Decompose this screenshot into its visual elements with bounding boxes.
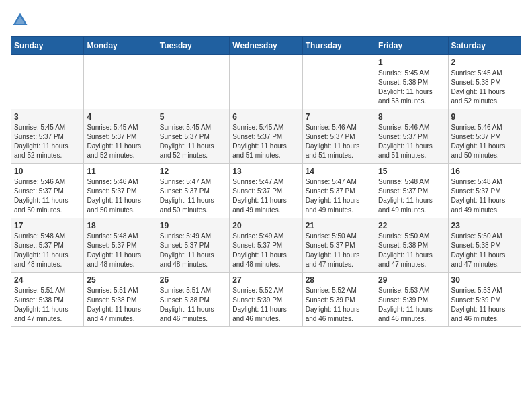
sunrise-text: Sunrise: 5:52 AM xyxy=(232,287,283,294)
sunrise-text: Sunrise: 5:53 AM xyxy=(451,287,502,294)
daylight-text: Daylight: 11 hours and 46 minutes. xyxy=(160,306,214,322)
daylight-text: Daylight: 11 hours and 52 minutes. xyxy=(451,88,506,105)
sunrise-text: Sunrise: 5:45 AM xyxy=(232,124,283,131)
calendar-cell: 5 Sunrise: 5:45 AM Sunset: 5:37 PM Dayli… xyxy=(157,109,229,164)
column-header-monday: Monday xyxy=(84,37,157,55)
sunrise-text: Sunrise: 5:52 AM xyxy=(306,287,357,294)
day-number: 9 xyxy=(451,112,518,122)
day-info: Sunrise: 5:45 AM Sunset: 5:38 PM Dayligh… xyxy=(451,68,518,106)
day-info: Sunrise: 5:45 AM Sunset: 5:37 PM Dayligh… xyxy=(160,123,226,161)
day-number: 2 xyxy=(451,58,518,67)
column-header-friday: Friday xyxy=(375,37,448,55)
day-info: Sunrise: 5:48 AM Sunset: 5:37 PM Dayligh… xyxy=(378,177,445,215)
calendar-cell: 7 Sunrise: 5:46 AM Sunset: 5:37 PM Dayli… xyxy=(302,109,375,164)
day-number: 15 xyxy=(378,167,445,176)
sunset-text: Sunset: 5:37 PM xyxy=(306,187,355,195)
day-number: 3 xyxy=(14,112,81,122)
calendar-cell: 24 Sunrise: 5:51 AM Sunset: 5:38 PM Dayl… xyxy=(11,273,84,327)
sunrise-text: Sunrise: 5:49 AM xyxy=(160,232,211,240)
sunset-text: Sunset: 5:39 PM xyxy=(306,296,355,304)
day-number: 12 xyxy=(160,167,226,176)
sunrise-text: Sunrise: 5:46 AM xyxy=(306,124,357,131)
daylight-text: Daylight: 11 hours and 48 minutes. xyxy=(232,251,287,268)
day-info: Sunrise: 5:51 AM Sunset: 5:38 PM Dayligh… xyxy=(160,286,226,324)
calendar-cell: 26 Sunrise: 5:51 AM Sunset: 5:38 PM Dayl… xyxy=(157,273,229,327)
day-info: Sunrise: 5:49 AM Sunset: 5:37 PM Dayligh… xyxy=(232,232,299,269)
day-info: Sunrise: 5:46 AM Sunset: 5:37 PM Dayligh… xyxy=(451,123,518,161)
daylight-text: Daylight: 11 hours and 48 minutes. xyxy=(87,251,141,268)
day-info: Sunrise: 5:45 AM Sunset: 5:37 PM Dayligh… xyxy=(14,123,81,161)
day-number: 8 xyxy=(378,112,445,122)
day-info: Sunrise: 5:47 AM Sunset: 5:37 PM Dayligh… xyxy=(306,177,372,215)
sunrise-text: Sunrise: 5:46 AM xyxy=(378,124,429,131)
column-header-sunday: Sunday xyxy=(11,37,84,55)
daylight-text: Daylight: 11 hours and 47 minutes. xyxy=(306,251,360,268)
day-number: 11 xyxy=(87,167,153,176)
calendar-cell: 11 Sunrise: 5:46 AM Sunset: 5:37 PM Dayl… xyxy=(84,164,157,218)
calendar-cell: 27 Sunrise: 5:52 AM Sunset: 5:39 PM Dayl… xyxy=(230,273,302,327)
sunrise-text: Sunrise: 5:50 AM xyxy=(378,232,429,240)
sunset-text: Sunset: 5:38 PM xyxy=(160,296,210,304)
day-number: 6 xyxy=(232,112,299,122)
calendar-cell: 29 Sunrise: 5:53 AM Sunset: 5:39 PM Dayl… xyxy=(375,273,448,327)
day-info: Sunrise: 5:48 AM Sunset: 5:37 PM Dayligh… xyxy=(14,232,81,269)
daylight-text: Daylight: 11 hours and 47 minutes. xyxy=(14,306,69,322)
calendar-cell: 21 Sunrise: 5:50 AM Sunset: 5:37 PM Dayl… xyxy=(302,218,375,273)
calendar-cell: 28 Sunrise: 5:52 AM Sunset: 5:39 PM Dayl… xyxy=(302,273,375,327)
daylight-text: Daylight: 11 hours and 51 minutes. xyxy=(232,142,287,159)
column-header-saturday: Saturday xyxy=(448,37,521,55)
day-number: 28 xyxy=(306,275,372,285)
sunset-text: Sunset: 5:37 PM xyxy=(87,242,136,249)
daylight-text: Daylight: 11 hours and 51 minutes. xyxy=(378,142,433,159)
sunset-text: Sunset: 5:38 PM xyxy=(378,242,428,249)
sunset-text: Sunset: 5:38 PM xyxy=(451,79,501,86)
day-number: 14 xyxy=(306,167,372,176)
day-number: 5 xyxy=(160,112,226,122)
calendar-cell: 15 Sunrise: 5:48 AM Sunset: 5:37 PM Dayl… xyxy=(375,164,448,218)
sunrise-text: Sunrise: 5:46 AM xyxy=(87,178,138,185)
sunset-text: Sunset: 5:37 PM xyxy=(14,133,64,140)
sunset-text: Sunset: 5:38 PM xyxy=(451,242,501,249)
sunrise-text: Sunrise: 5:53 AM xyxy=(378,287,429,294)
sunset-text: Sunset: 5:39 PM xyxy=(232,296,282,304)
daylight-text: Daylight: 11 hours and 46 minutes. xyxy=(306,306,360,322)
daylight-text: Daylight: 11 hours and 49 minutes. xyxy=(232,197,287,214)
daylight-text: Daylight: 11 hours and 50 minutes. xyxy=(14,197,69,214)
calendar-cell: 3 Sunrise: 5:45 AM Sunset: 5:37 PM Dayli… xyxy=(11,109,84,164)
sunset-text: Sunset: 5:37 PM xyxy=(451,187,501,195)
logo xyxy=(11,11,32,30)
daylight-text: Daylight: 11 hours and 50 minutes. xyxy=(451,142,506,159)
sunset-text: Sunset: 5:37 PM xyxy=(378,187,428,195)
sunset-text: Sunset: 5:37 PM xyxy=(14,242,64,249)
day-info: Sunrise: 5:46 AM Sunset: 5:37 PM Dayligh… xyxy=(378,123,445,161)
day-info: Sunrise: 5:46 AM Sunset: 5:37 PM Dayligh… xyxy=(306,123,372,161)
sunrise-text: Sunrise: 5:45 AM xyxy=(14,124,65,131)
day-info: Sunrise: 5:51 AM Sunset: 5:38 PM Dayligh… xyxy=(14,286,81,324)
daylight-text: Daylight: 11 hours and 51 minutes. xyxy=(306,142,360,159)
day-info: Sunrise: 5:53 AM Sunset: 5:39 PM Dayligh… xyxy=(378,286,445,324)
calendar-header-row: SundayMondayTuesdayWednesdayThursdayFrid… xyxy=(11,37,521,55)
calendar-cell: 23 Sunrise: 5:50 AM Sunset: 5:38 PM Dayl… xyxy=(448,218,521,273)
day-number: 7 xyxy=(306,112,372,122)
day-info: Sunrise: 5:47 AM Sunset: 5:37 PM Dayligh… xyxy=(160,177,226,215)
daylight-text: Daylight: 11 hours and 52 minutes. xyxy=(87,142,141,159)
calendar-cell: 9 Sunrise: 5:46 AM Sunset: 5:37 PM Dayli… xyxy=(448,109,521,164)
day-number: 27 xyxy=(232,275,299,285)
sunrise-text: Sunrise: 5:51 AM xyxy=(87,287,138,294)
calendar-cell xyxy=(11,55,84,109)
column-header-wednesday: Wednesday xyxy=(230,37,302,55)
daylight-text: Daylight: 11 hours and 48 minutes. xyxy=(160,251,214,268)
day-info: Sunrise: 5:50 AM Sunset: 5:37 PM Dayligh… xyxy=(306,232,372,269)
sunrise-text: Sunrise: 5:46 AM xyxy=(14,178,65,185)
calendar-table: SundayMondayTuesdayWednesdayThursdayFrid… xyxy=(11,36,521,327)
daylight-text: Daylight: 11 hours and 50 minutes. xyxy=(160,197,214,214)
day-number: 4 xyxy=(87,112,153,122)
day-info: Sunrise: 5:51 AM Sunset: 5:38 PM Dayligh… xyxy=(87,286,153,324)
sunrise-text: Sunrise: 5:46 AM xyxy=(451,124,502,131)
day-number: 13 xyxy=(232,167,299,176)
calendar-cell: 8 Sunrise: 5:46 AM Sunset: 5:37 PM Dayli… xyxy=(375,109,448,164)
calendar-week-1: 1 Sunrise: 5:45 AM Sunset: 5:38 PM Dayli… xyxy=(11,55,521,109)
sunset-text: Sunset: 5:37 PM xyxy=(14,187,64,195)
daylight-text: Daylight: 11 hours and 49 minutes. xyxy=(306,197,360,214)
daylight-text: Daylight: 11 hours and 49 minutes. xyxy=(451,197,506,214)
